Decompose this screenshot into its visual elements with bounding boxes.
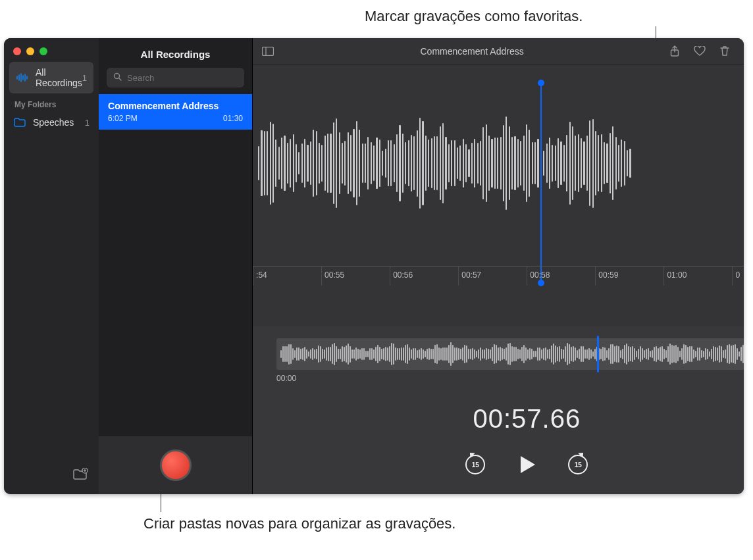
sidebar-item-count: 1 — [82, 73, 87, 83]
waveform-display — [253, 64, 744, 262]
callout-favorite: Marcar gravações como favoritas. — [365, 8, 583, 25]
detail-title: Commencement Address — [286, 46, 658, 57]
favorite-button[interactable] — [691, 45, 708, 58]
app-window: All Recordings 1 My Folders Speeches 1 A… — [4, 38, 744, 494]
folder-icon — [13, 118, 26, 127]
waveform-icon — [16, 73, 29, 82]
zoom-window-button[interactable] — [39, 47, 47, 55]
sidebar-item-label: All Recordings — [36, 67, 82, 88]
overview-scrubber[interactable] — [276, 338, 744, 370]
recordings-list-panel: All Recordings Commencement Address 6:02… — [99, 38, 253, 494]
detail-panel: Commencement Address Edit :5400:5500:560… — [253, 38, 744, 494]
sidebar: All Recordings 1 My Folders Speeches 1 — [4, 38, 99, 494]
search-field[interactable] — [107, 68, 244, 88]
sidebar-item-all-recordings[interactable]: All Recordings 1 — [9, 62, 93, 93]
timeline-tick: 00:55 — [321, 267, 390, 286]
search-icon — [113, 72, 122, 84]
skip-forward-icon: 15 — [568, 455, 588, 474]
play-button[interactable] — [515, 453, 538, 476]
minimize-window-button[interactable] — [26, 47, 34, 55]
overview-panel: 00:00 01:30 — [253, 326, 744, 388]
share-button[interactable] — [667, 44, 682, 59]
timeline-ruler: :5400:5500:5600:5700:5800:5901:000 — [253, 266, 744, 286]
timeline-tick: 00:58 — [527, 267, 595, 286]
playhead[interactable] — [540, 83, 542, 283]
waveform-scrubber[interactable]: :5400:5500:5600:5700:5800:5901:000 — [253, 64, 744, 326]
toolbar: Commencement Address Edit — [253, 38, 744, 64]
recording-row[interactable]: Commencement Address 6:02 PM 01:30 — [99, 94, 252, 130]
close-window-button[interactable] — [13, 47, 21, 55]
overview-playhead[interactable] — [597, 336, 599, 372]
svg-rect-11 — [263, 47, 274, 55]
sidebar-item-folder[interactable]: Speeches 1 — [4, 112, 99, 133]
skip-back-15-button[interactable]: 15 — [465, 455, 485, 474]
current-time-display: 00:57.66 — [253, 388, 744, 453]
playback-controls: 15 15 — [253, 453, 744, 494]
sidebar-item-count: 1 — [85, 118, 90, 128]
record-button[interactable] — [160, 449, 192, 481]
traffic-lights — [4, 38, 99, 62]
timeline-tick: 0 — [732, 267, 744, 286]
delete-button[interactable] — [717, 44, 732, 58]
recording-duration: 01:30 — [223, 114, 243, 123]
toggle-sidebar-button[interactable] — [259, 45, 276, 57]
svg-point-9 — [115, 74, 120, 79]
settings-button[interactable] — [741, 45, 744, 57]
recording-title: Commencement Address — [108, 101, 243, 111]
skip-back-icon: 15 — [465, 455, 485, 474]
timeline-tick: 00:57 — [458, 267, 527, 286]
recording-time: 6:02 PM — [108, 114, 138, 123]
callout-new-folder: Criar pastas novas para organizar as gra… — [143, 515, 455, 534]
sidebar-section-header: My Folders — [4, 93, 99, 112]
timeline-tick: 01:00 — [663, 267, 732, 286]
sidebar-item-label: Speeches — [33, 117, 85, 128]
timeline-tick: 00:59 — [595, 267, 663, 286]
play-icon — [515, 453, 538, 476]
skip-forward-15-button[interactable]: 15 — [568, 455, 588, 474]
search-input[interactable] — [127, 73, 238, 83]
timeline-tick: :54 — [253, 267, 321, 286]
recordings-list-title: All Recordings — [99, 38, 252, 68]
overview-start-time: 00:00 — [276, 374, 296, 383]
new-folder-button[interactable] — [70, 465, 91, 486]
svg-line-10 — [119, 78, 121, 80]
timeline-tick: 00:56 — [390, 267, 458, 286]
record-panel — [99, 436, 252, 494]
